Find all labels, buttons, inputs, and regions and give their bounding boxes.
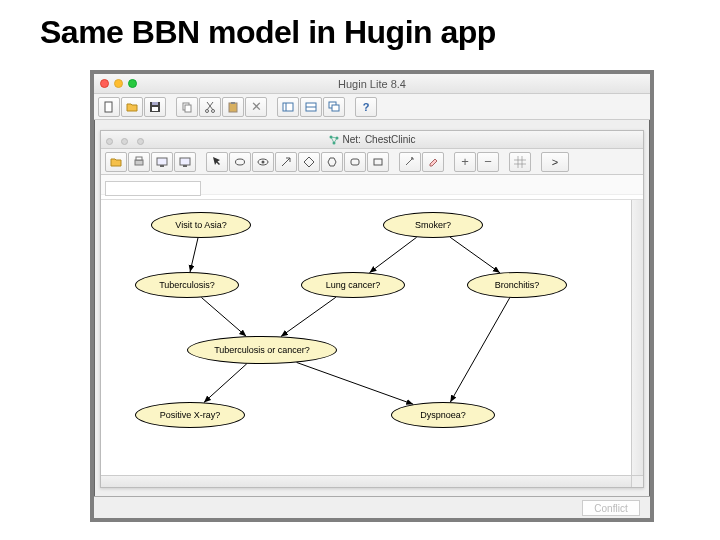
slide-title: Same BBN model in Hugin app xyxy=(0,0,720,61)
cut-button[interactable] xyxy=(199,97,221,117)
horizontal-scrollbar[interactable] xyxy=(101,475,631,487)
pointer-tool-button[interactable] xyxy=(206,152,228,172)
svg-rect-19 xyxy=(135,160,143,165)
vertical-scrollbar[interactable] xyxy=(631,200,643,475)
edges-layer xyxy=(101,200,631,475)
svg-rect-2 xyxy=(152,107,158,111)
node-smoker[interactable]: Smoker? xyxy=(383,212,483,238)
outer-window-title: Hugin Lite 8.4 xyxy=(94,78,650,90)
print-button[interactable] xyxy=(128,152,150,172)
erase-tool-button[interactable] xyxy=(422,152,444,172)
conflict-readout: Conflict xyxy=(582,500,640,516)
monitor1-button[interactable] xyxy=(151,152,173,172)
paste-button[interactable] xyxy=(222,97,244,117)
delete-button[interactable]: ✕ xyxy=(245,97,267,117)
cascade-windows-button[interactable] xyxy=(323,97,345,117)
grid-button[interactable] xyxy=(509,152,531,172)
svg-rect-22 xyxy=(160,165,164,167)
zoom-in-button[interactable]: + xyxy=(454,152,476,172)
node-bron[interactable]: Bronchitis? xyxy=(467,272,567,298)
svg-point-27 xyxy=(262,160,265,163)
arrow-tool-button[interactable] xyxy=(275,152,297,172)
svg-point-6 xyxy=(206,109,209,112)
status-bar: Conflict xyxy=(94,496,650,518)
edge-smoker-lung xyxy=(369,237,416,272)
node-xray[interactable]: Positive X-ray? xyxy=(135,402,245,428)
edge-bron-dysp xyxy=(450,298,509,402)
svg-rect-15 xyxy=(332,105,339,111)
roundrect-tool-button[interactable] xyxy=(344,152,366,172)
svg-rect-3 xyxy=(152,102,158,105)
monitor2-button[interactable] xyxy=(174,152,196,172)
node-tb[interactable]: Tuberculosis? xyxy=(135,272,239,298)
svg-point-7 xyxy=(212,109,215,112)
svg-rect-9 xyxy=(231,102,235,104)
svg-rect-28 xyxy=(351,159,359,165)
canvas-area: Visit to Asia?Smoker?Tuberculosis?Lung c… xyxy=(101,199,643,487)
new-file-button[interactable] xyxy=(98,97,120,117)
inner-title-prefix: Net: xyxy=(343,134,361,145)
svg-rect-23 xyxy=(180,158,190,165)
open-net-button[interactable] xyxy=(105,152,127,172)
edge-lung-tborc xyxy=(281,297,336,336)
inner-title-name: ChestClinic xyxy=(365,134,416,145)
svg-rect-10 xyxy=(283,103,293,111)
eye-tool-button[interactable] xyxy=(252,152,274,172)
edge-asia-tb xyxy=(190,238,198,272)
open-file-button[interactable] xyxy=(121,97,143,117)
save-button[interactable] xyxy=(144,97,166,117)
svg-rect-0 xyxy=(105,102,112,112)
layout1-button[interactable] xyxy=(277,97,299,117)
node-lung[interactable]: Lung cancer? xyxy=(301,272,405,298)
ellipse-tool-button[interactable] xyxy=(229,152,251,172)
svg-point-25 xyxy=(236,159,245,165)
inner-toolbar: + − > xyxy=(101,149,643,175)
inner-window: Net: ChestClinic + − xyxy=(100,130,644,488)
svg-rect-24 xyxy=(183,165,187,167)
run-button[interactable]: > xyxy=(541,152,569,172)
network-canvas[interactable]: Visit to Asia?Smoker?Tuberculosis?Lung c… xyxy=(101,200,631,475)
svg-rect-5 xyxy=(185,105,191,112)
hex-tool-button[interactable] xyxy=(321,152,343,172)
svg-rect-8 xyxy=(229,103,237,112)
svg-rect-29 xyxy=(374,159,382,165)
help-button[interactable]: ? xyxy=(355,97,377,117)
rect-tool-button[interactable] xyxy=(367,152,389,172)
app-window: Hugin Lite 8.4 ✕ ? Net: ChestClini xyxy=(90,70,654,522)
outer-titlebar: Hugin Lite 8.4 xyxy=(94,74,650,94)
outer-toolbar: ✕ ? xyxy=(94,94,650,120)
edge-smoker-bron xyxy=(450,237,500,273)
layout2-button[interactable] xyxy=(300,97,322,117)
filter-bar xyxy=(101,175,643,195)
edge-tb-tborc xyxy=(201,297,246,336)
node-asia[interactable]: Visit to Asia? xyxy=(151,212,251,238)
link-tool-button[interactable] xyxy=(399,152,421,172)
edge-tborc-xray xyxy=(204,364,247,403)
diamond-tool-button[interactable] xyxy=(298,152,320,172)
svg-rect-21 xyxy=(157,158,167,165)
node-tborc[interactable]: Tuberculosis or cancer? xyxy=(187,336,337,364)
svg-rect-20 xyxy=(136,157,142,160)
net-icon xyxy=(329,135,339,145)
filter-input[interactable] xyxy=(105,181,201,196)
node-dysp[interactable]: Dyspnoea? xyxy=(391,402,495,428)
copy-button[interactable] xyxy=(176,97,198,117)
zoom-out-button[interactable]: − xyxy=(477,152,499,172)
scroll-corner xyxy=(631,475,643,487)
inner-titlebar: Net: ChestClinic xyxy=(101,131,643,149)
edge-tborc-dysp xyxy=(297,362,414,404)
